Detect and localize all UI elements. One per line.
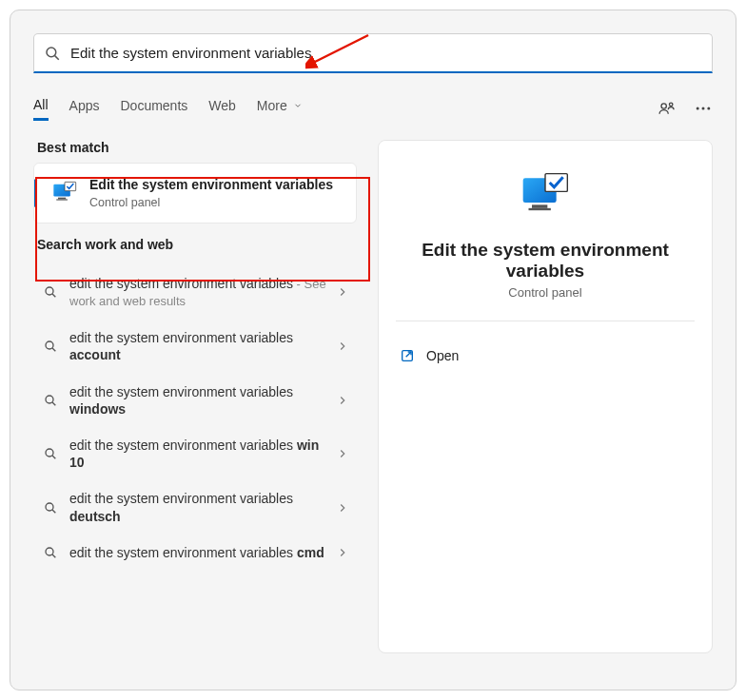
search-icon xyxy=(43,393,58,408)
svg-rect-24 xyxy=(532,204,547,208)
suggestion-label: edit the system environment variables de… xyxy=(69,490,336,524)
svg-point-19 xyxy=(46,503,53,511)
chevron-right-icon xyxy=(336,501,349,515)
svg-point-0 xyxy=(47,48,56,57)
suggestion-label: edit the system environment variables - … xyxy=(69,275,336,311)
org-account-icon[interactable] xyxy=(658,99,677,118)
svg-line-14 xyxy=(52,348,55,351)
svg-line-12 xyxy=(52,294,55,297)
chevron-right-icon xyxy=(336,285,349,299)
detail-pane: Edit the system environment variables Co… xyxy=(378,140,713,653)
svg-line-16 xyxy=(52,402,55,405)
open-action[interactable]: Open xyxy=(396,342,695,369)
results-list: Best match Edit the system environment v… xyxy=(33,140,357,653)
svg-line-22 xyxy=(52,554,55,557)
suggestion-label: edit the system environment variables cm… xyxy=(69,544,336,561)
svg-line-20 xyxy=(52,510,55,513)
svg-rect-25 xyxy=(529,208,551,210)
monitor-check-icon xyxy=(519,169,572,223)
suggestion-item[interactable]: edit the system environment variables wi… xyxy=(33,427,357,480)
search-icon xyxy=(43,284,58,300)
open-action-label: Open xyxy=(426,348,459,363)
chevron-down-icon xyxy=(293,101,303,110)
search-icon xyxy=(43,545,58,560)
more-options-icon[interactable] xyxy=(694,99,713,118)
chevron-right-icon xyxy=(336,447,349,460)
suggestion-label: edit the system environment variables wi… xyxy=(69,437,336,471)
chevron-right-icon xyxy=(336,546,349,559)
svg-point-15 xyxy=(46,396,53,403)
best-match-result[interactable]: Edit the system environment variables Co… xyxy=(33,163,357,224)
tab-documents[interactable]: Documents xyxy=(120,98,187,119)
svg-point-6 xyxy=(707,107,710,110)
suggestion-item[interactable]: edit the system environment variables - … xyxy=(33,265,357,321)
search-icon xyxy=(43,500,58,515)
tab-all[interactable]: All xyxy=(33,97,49,121)
svg-point-2 xyxy=(661,104,666,108)
search-flyout: Edit the system environment variables Al… xyxy=(10,10,736,690)
monitor-check-icon xyxy=(51,180,78,206)
suggestion-item[interactable]: edit the system environment variables ac… xyxy=(33,320,357,373)
search-query-text[interactable]: Edit the system environment variables xyxy=(70,45,702,61)
svg-point-5 xyxy=(702,107,705,110)
search-icon xyxy=(43,339,58,354)
detail-title: Edit the system environment variables xyxy=(396,240,695,282)
suggestion-label: edit the system environment variables wi… xyxy=(69,383,336,418)
svg-rect-8 xyxy=(58,197,66,199)
suggestion-item[interactable]: edit the system environment variables de… xyxy=(33,480,357,534)
tab-more[interactable]: More xyxy=(257,98,303,119)
svg-line-1 xyxy=(55,55,59,59)
svg-point-11 xyxy=(46,287,53,295)
tab-web[interactable]: Web xyxy=(208,98,236,119)
suggestion-list: edit the system environment variables - … xyxy=(33,265,357,571)
svg-line-18 xyxy=(52,456,55,458)
search-icon xyxy=(44,45,61,62)
chevron-right-icon xyxy=(336,394,349,407)
tab-apps[interactable]: Apps xyxy=(69,98,100,119)
divider xyxy=(396,321,695,321)
search-icon xyxy=(43,446,58,461)
svg-point-21 xyxy=(46,548,53,555)
search-web-heading: Search work and web xyxy=(37,237,357,252)
best-match-heading: Best match xyxy=(37,140,357,155)
open-external-icon xyxy=(400,348,415,363)
suggestion-item[interactable]: edit the system environment variables cm… xyxy=(33,535,357,571)
best-match-subtitle: Control panel xyxy=(89,196,333,209)
svg-rect-9 xyxy=(56,199,68,200)
svg-point-17 xyxy=(46,449,53,457)
filter-tabs: All Apps Documents Web More xyxy=(33,94,713,123)
chevron-right-icon xyxy=(336,340,349,353)
svg-point-13 xyxy=(46,341,53,349)
svg-point-4 xyxy=(697,107,699,110)
search-input-container[interactable]: Edit the system environment variables xyxy=(33,33,713,73)
results-area: Best match Edit the system environment v… xyxy=(33,140,713,653)
best-match-title: Edit the system environment variables xyxy=(89,177,333,194)
detail-subtitle: Control panel xyxy=(396,285,695,300)
suggestion-label: edit the system environment variables ac… xyxy=(69,329,336,363)
svg-point-3 xyxy=(669,103,673,107)
suggestion-item[interactable]: edit the system environment variables wi… xyxy=(33,374,357,427)
